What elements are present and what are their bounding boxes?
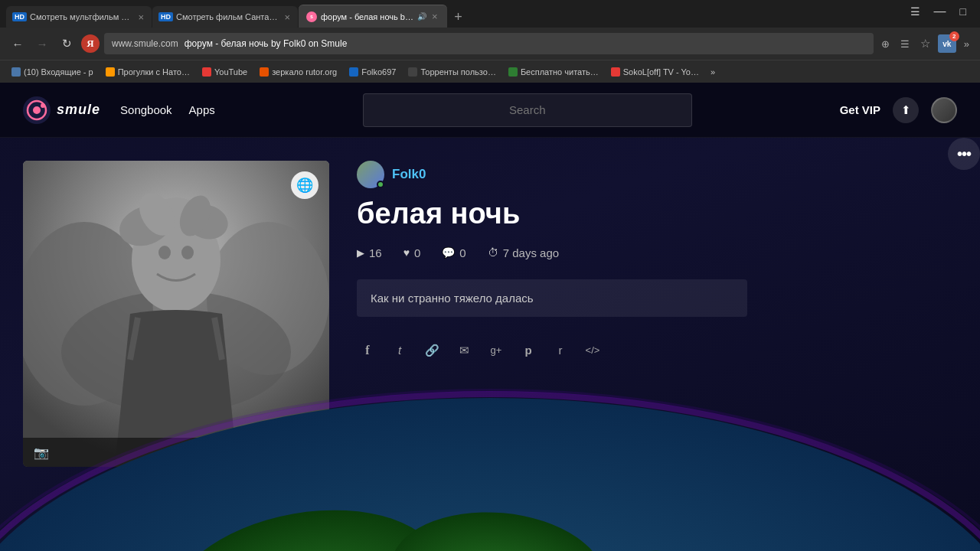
- browser-window: HD Смотреть мультфильм Рик × HD Смотреть…: [0, 0, 980, 551]
- tab3-close[interactable]: ×: [430, 11, 439, 22]
- bookmark-rutor-icon: [260, 67, 269, 77]
- bookmark-walks-label: Прогулки с Нато…: [118, 67, 190, 77]
- nav-songbook[interactable]: Songbook: [120, 103, 172, 116]
- maximize-button[interactable]: □: [954, 4, 972, 19]
- minimize-button[interactable]: —: [928, 3, 952, 20]
- bookmark-torrents-icon: [408, 67, 417, 77]
- smule-search-container: [235, 93, 820, 127]
- bookmark-rutor[interactable]: зеркало rutor.org: [254, 66, 342, 78]
- tab1-hd-badge: HD: [12, 12, 27, 21]
- tab1-title: Смотреть мультфильм Рик: [30, 12, 133, 21]
- more-bookmarks-button[interactable]: »: [706, 66, 720, 78]
- bookmark-inbox-label: (10) Входящие - р: [24, 67, 93, 77]
- address-field[interactable]: www.smule.com форум - белая ночь by Folk…: [104, 33, 874, 54]
- comment-icon: 💬: [442, 246, 455, 259]
- get-vip-button[interactable]: Get VIP: [840, 103, 880, 116]
- bookmark-torrents[interactable]: Торренты пользо…: [403, 66, 501, 78]
- tab2-close[interactable]: ×: [283, 11, 292, 23]
- bookmark-walks-icon: [106, 67, 115, 77]
- play-icon: ▶: [357, 247, 364, 259]
- bookmark-read[interactable]: Бесплатно читать…: [503, 66, 604, 78]
- tab3-title: форум - белая ночь b…: [321, 12, 413, 21]
- tab3-audio-icon: 🔊: [417, 12, 426, 21]
- song-photo: [23, 161, 329, 467]
- bookmark-folko-label: Folko697: [361, 67, 396, 77]
- bookmark-sokol-label: SokoL[off] TV - Yo…: [623, 67, 699, 77]
- bookmark-sokol-icon: [611, 67, 620, 77]
- tab3-favicon: s: [306, 11, 317, 22]
- bookmark-youtube[interactable]: YouTube: [197, 66, 253, 78]
- tab-1[interactable]: HD Смотреть мультфильм Рик ×: [6, 6, 152, 28]
- tab2-hd-badge: HD: [158, 12, 173, 21]
- share-link[interactable]: 🔗: [421, 340, 443, 361]
- share-facebook[interactable]: f: [357, 340, 378, 361]
- bookmark-read-icon: [508, 67, 518, 77]
- user-avatar[interactable]: [357, 161, 384, 188]
- more-options-button[interactable]: •••: [948, 138, 980, 170]
- bookmark-star-icon[interactable]: ☆: [917, 35, 933, 52]
- globe-button[interactable]: 🌐: [291, 171, 318, 199]
- smule-logo[interactable]: smule: [23, 96, 100, 124]
- reader-icon2[interactable]: ☰: [897, 37, 913, 51]
- bookmark-rutor-label: зеркало rutor.org: [272, 67, 337, 77]
- svg-point-3: [41, 103, 45, 108]
- share-reddit[interactable]: r: [550, 340, 571, 361]
- search-input[interactable]: [363, 93, 692, 127]
- back-button[interactable]: ←: [8, 34, 28, 54]
- bookmark-walks[interactable]: Прогулки с Нато…: [100, 66, 195, 78]
- share-googleplus[interactable]: g+: [485, 340, 507, 361]
- smule-logo-text: smule: [57, 102, 100, 118]
- extensions-icon[interactable]: »: [961, 37, 972, 51]
- time-ago: 7 days ago: [503, 246, 559, 259]
- address-domain: www.smule.com: [112, 38, 178, 49]
- photo-bottom-bar: 📷: [23, 438, 329, 467]
- smule-header: smule Songbook Apps Get VIP ⬆: [0, 83, 980, 138]
- share-code[interactable]: </>: [582, 340, 603, 361]
- yandex-logo[interactable]: Я: [81, 34, 100, 53]
- time-stat: ⏱ 7 days ago: [488, 246, 559, 259]
- forward-button[interactable]: →: [32, 34, 52, 54]
- photo-bw: [23, 161, 329, 467]
- user-online-indicator: [377, 181, 384, 188]
- tab-3-active[interactable]: s форум - белая ночь b… 🔊 ×: [299, 5, 447, 28]
- svg-point-2: [33, 106, 41, 114]
- nav-apps[interactable]: Apps: [189, 103, 215, 116]
- song-stats-row: ▶ 16 ♥ 0 💬 0 ⏱ 7 days ago: [357, 246, 957, 259]
- share-email[interactable]: ✉: [453, 340, 475, 361]
- vk-notification-badge: 2: [949, 31, 959, 41]
- page-content: smule Songbook Apps Get VIP ⬆: [0, 83, 980, 551]
- plays-stat: ▶ 16: [357, 246, 382, 259]
- address-bar-row: ← → ↻ Я www.smule.com форум - белая ночь…: [0, 28, 980, 60]
- bookmarks-bar: (10) Входящие - р Прогулки с Нато… YouTu…: [0, 60, 980, 83]
- smule-logo-icon: [23, 96, 51, 124]
- bookmark-folko-icon: [349, 67, 358, 77]
- bookmark-inbox[interactable]: (10) Входящие - р: [6, 66, 99, 78]
- username[interactable]: Folk0: [392, 167, 426, 182]
- svg-point-19: [570, 545, 731, 551]
- svg-point-17: [157, 490, 455, 551]
- song-image-container: 🌐 📷: [23, 161, 329, 467]
- vk-icon[interactable]: vk 2: [938, 34, 956, 53]
- bookmark-youtube-icon: [202, 67, 211, 77]
- address-path: форум - белая ночь by Folk0 on Smule: [185, 38, 348, 49]
- upload-button[interactable]: ⬆: [893, 97, 919, 123]
- bookmark-folko[interactable]: Folko697: [344, 66, 401, 78]
- clock-icon: ⏱: [488, 246, 498, 259]
- tab-bar: HD Смотреть мультфильм Рик × HD Смотреть…: [0, 0, 980, 28]
- share-twitter[interactable]: t: [389, 340, 410, 361]
- share-pinterest[interactable]: p: [518, 340, 539, 361]
- hamburger-menu[interactable]: ☰: [904, 4, 926, 19]
- refresh-button[interactable]: ↻: [57, 34, 77, 54]
- song-user-row: Folk0: [357, 161, 957, 188]
- tab-2[interactable]: HD Смотреть фильм Санта и к ×: [152, 6, 298, 28]
- bookmark-youtube-label: YouTube: [214, 67, 247, 77]
- reader-mode-icon[interactable]: ⊕: [878, 37, 893, 51]
- user-avatar-header[interactable]: [931, 97, 957, 123]
- main-area: 🌐 📷 Folk0 белая ночь: [0, 138, 980, 490]
- tab2-title: Смотреть фильм Санта и к: [176, 12, 279, 21]
- bookmark-read-label: Бесплатно читать…: [521, 67, 599, 77]
- likes-stat: ♥ 0: [403, 246, 421, 259]
- new-tab-button[interactable]: +: [448, 6, 469, 28]
- tab1-close[interactable]: ×: [136, 11, 145, 23]
- bookmark-sokol[interactable]: SokoL[off] TV - Yo…: [606, 66, 704, 78]
